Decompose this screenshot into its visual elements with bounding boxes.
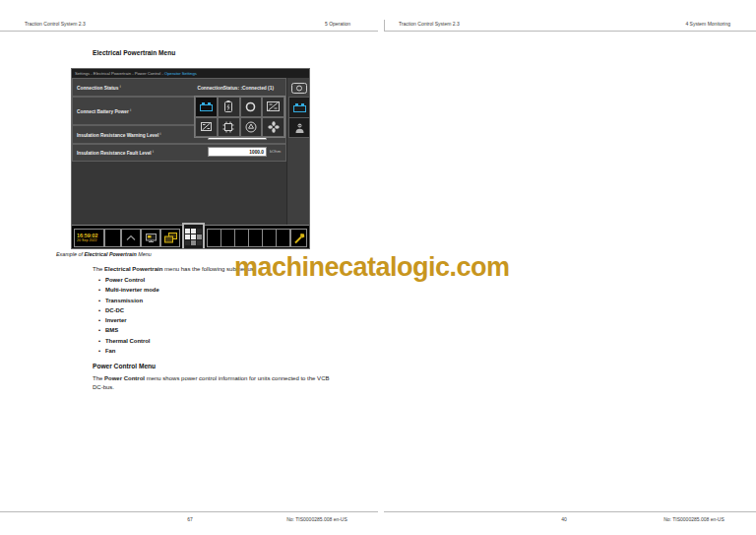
power-control-paragraph: The Power Control menu shows power contr…: [93, 374, 339, 393]
row-connection-status: Connection Status i ConnectionStatus: :C…: [72, 78, 286, 97]
grid-menu-icon: [185, 229, 202, 245]
device-battery-icon: [224, 100, 232, 112]
list-item: Inverter: [98, 315, 159, 325]
grid-cell-power-control[interactable]: [195, 97, 218, 117]
power-control-heading: Power Control Menu: [93, 363, 156, 369]
statusbar-empty-slot: [276, 229, 290, 247]
grid-cell-transmission[interactable]: [240, 97, 263, 117]
submenu-icon-grid: [194, 96, 285, 138]
footer-right-page-number: 40: [556, 516, 572, 522]
footer-rule-left: [0, 511, 378, 512]
connect-battery-power-label: Connect Battery Power i: [77, 107, 131, 114]
grid-cell-thermal-control[interactable]: [240, 117, 263, 138]
grid-cell-multi-inverter[interactable]: [218, 97, 240, 117]
info-icon: i: [120, 84, 121, 88]
header-rule-right: [384, 31, 756, 32]
footer-rule-right: [384, 511, 756, 512]
header-rule-left: [0, 31, 378, 32]
hmi-sidebar: [286, 78, 310, 225]
chip-icon: [222, 121, 234, 133]
date-label: 20 Sep 2022: [77, 238, 96, 243]
statusbar-empty-slot: [262, 229, 277, 247]
operator-icon: [295, 123, 304, 133]
breadcrumb-active[interactable]: Operator Settings: [164, 71, 197, 76]
chevron-up-icon: [126, 234, 136, 241]
list-item: Thermal Control: [98, 336, 159, 346]
grid-cell-bms[interactable]: [218, 117, 240, 138]
insulation-fault-label: Insulation Resistance Fault Level i: [77, 150, 154, 157]
statusbar-empty-slot: [234, 229, 249, 247]
cards-button[interactable]: [160, 229, 180, 247]
connection-status-value: ConnectionStatus: :Connected (1): [197, 85, 274, 90]
grid-cell-inverter[interactable]: [195, 117, 218, 138]
operator-tab-button[interactable]: [289, 117, 309, 138]
list-item: Multi-inverter mode: [98, 285, 159, 295]
submenu-list: Power Control Multi-inverter mode Transm…: [98, 275, 159, 356]
hmi-statusbar: 16:59:02 20 Sep 2022: [72, 225, 310, 249]
wrench-icon: [293, 233, 305, 244]
intro-paragraph: The Electrical Powertrain menu has the f…: [93, 265, 255, 274]
cards-icon: [164, 233, 177, 243]
connection-status-label: Connection Status i: [77, 84, 121, 91]
display-button[interactable]: [141, 229, 160, 247]
breadcrumb-path: Settings - Electrical Powertrain - Power…: [75, 71, 164, 76]
screen-icon: [291, 83, 307, 94]
thermal-icon: [245, 121, 257, 133]
battery-icon: [200, 102, 213, 111]
footer-right-doc-number: No: TIS0000285.008 en-US: [633, 516, 755, 522]
list-item: BMS: [98, 325, 159, 335]
watermark: machinecatalogic.com: [234, 252, 510, 283]
battery-icon: [293, 103, 306, 112]
insulation-warning-label: Insulation Resistance Warning Level i: [77, 131, 161, 138]
header-left-doc-title: Traction Control System 2.3: [25, 21, 86, 27]
grid-cell-dc-dc[interactable]: [262, 97, 284, 117]
fan-icon: [268, 121, 280, 133]
battery-tab-button[interactable]: [289, 98, 309, 117]
screen-button[interactable]: [287, 81, 310, 96]
insulation-fault-input[interactable]: 1000.0: [208, 147, 267, 157]
footer-left-page-number: 67: [182, 516, 198, 522]
statusbar-empty-slot: [248, 229, 263, 247]
chevron-up-button[interactable]: [121, 229, 141, 247]
insulation-fault-unit: kOhm: [270, 149, 281, 154]
footer-left-doc-number: No: TIS0000285.008 en-US: [256, 516, 378, 522]
hmi-screenshot: Settings - Electrical Powertrain - Power…: [71, 68, 310, 249]
figure-caption: Example of Electrical Powertrain Menu: [56, 251, 152, 257]
list-item: Fan: [98, 346, 159, 356]
statusbar-empty-slot: [104, 229, 121, 247]
info-icon: i: [160, 131, 161, 135]
breadcrumb: Settings - Electrical Powertrain - Power…: [72, 69, 310, 78]
clock-display: 16:59:02 20 Sep 2022: [74, 229, 104, 247]
header-right-chapter: 4 System Monitoring: [685, 21, 730, 27]
list-item: Transmission: [98, 296, 159, 305]
header-divider: [384, 20, 385, 31]
ring-icon: [245, 101, 256, 112]
menu-grid-button[interactable]: [182, 223, 205, 249]
header-left-chapter: 5 Operation: [325, 21, 350, 27]
display-icon: [146, 234, 157, 243]
statusbar-empty-slot: [220, 229, 235, 247]
grid-cell-fan[interactable]: [262, 117, 284, 138]
info-icon: i: [130, 107, 131, 111]
converter-small-icon: [201, 122, 212, 131]
list-item: Power Control: [98, 275, 159, 285]
header-right-doc-title: Traction Control System 2.3: [399, 21, 460, 27]
statusbar-empty-slot: [207, 229, 221, 247]
info-icon: i: [153, 150, 154, 154]
sidebar-tab-tile: [288, 97, 310, 138]
list-item: DC-DC: [98, 305, 159, 315]
wrench-button[interactable]: [290, 229, 307, 247]
section-title: Electrical Powertrain Menu: [93, 49, 175, 56]
converter-icon: [267, 101, 280, 111]
